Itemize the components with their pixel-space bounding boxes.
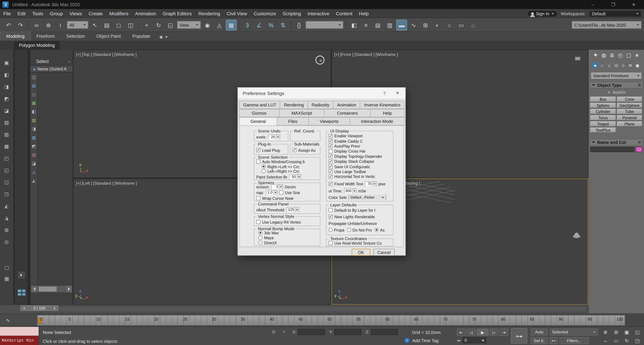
ribbon-tool-icon[interactable]: ▦ <box>0 276 14 282</box>
percent-snap-icon[interactable]: % <box>266 20 276 30</box>
menu-item[interactable]: Views <box>66 9 85 18</box>
paint-selection-spinner[interactable]: 50 <box>289 174 301 179</box>
ui-display-checkbox[interactable] <box>328 159 332 163</box>
wrap-cursor-checkbox[interactable] <box>256 196 260 200</box>
window-crossing-icon[interactable]: ◫ <box>125 20 136 30</box>
explorer-filter-icon[interactable]: ▦ <box>32 101 36 105</box>
key-filters-button[interactable]: Filters... <box>560 337 589 344</box>
dialog-tab[interactable]: Rendering <box>280 101 308 109</box>
menu-item[interactable]: Edit <box>14 9 29 18</box>
scroll-left-icon[interactable] <box>31 286 37 292</box>
next-frame-button[interactable]: ▷ <box>490 328 498 336</box>
space-warps-category-icon[interactable]: ≋ <box>627 62 634 69</box>
dialog-tab[interactable]: MAXScript <box>279 109 325 117</box>
select-and-move-icon[interactable]: + <box>141 20 152 30</box>
dialog-tab[interactable]: Containers <box>324 109 370 117</box>
utilities-tab-icon[interactable]: ∗ <box>633 51 641 59</box>
load-plugins-checkbox[interactable] <box>256 148 260 152</box>
scene-explorer-list[interactable]: ◫▤◻▦◧▥◨▧◩▨◪◬◭ <box>30 73 72 285</box>
maximize-button[interactable]: ❐ <box>603 0 623 9</box>
key-mode-icon[interactable]: ⊷ <box>550 337 558 344</box>
primitive-button[interactable]: Cone <box>617 97 642 102</box>
minimize-button[interactable]: – <box>582 0 603 9</box>
menu-item[interactable]: Animation <box>132 9 159 18</box>
ribbon-toggle-icon[interactable]: ▬ <box>396 20 407 30</box>
select-and-rotate-icon[interactable]: ↻ <box>153 20 164 30</box>
undo-icon[interactable]: ↶ <box>3 20 14 30</box>
coordinate-input[interactable] <box>298 329 325 335</box>
redo-icon[interactable]: ↷ <box>15 20 26 30</box>
new-lights-renderable-checkbox[interactable] <box>328 215 332 219</box>
scene-explorer-toggle-icon[interactable]: ▤ <box>372 20 383 30</box>
left-right-radio[interactable] <box>262 169 266 173</box>
primitive-button[interactable]: Cylinder <box>590 109 616 114</box>
curve-editor-icon[interactable]: ∿ <box>408 20 419 30</box>
rotation-gizmo[interactable] <box>316 56 324 65</box>
panel-menu-icon[interactable]: » <box>68 60 70 64</box>
rectangular-selection-icon[interactable]: ◻ <box>113 20 124 30</box>
object-type-rollout[interactable]: Object Type <box>590 82 643 88</box>
scroll-right-icon[interactable] <box>66 286 72 292</box>
ribbon-tool-icon[interactable]: ◳ <box>4 192 9 197</box>
zoom-extents-all-icon[interactable]: ◱ <box>632 328 642 336</box>
dialog-tab[interactable]: Gizmos <box>239 109 279 117</box>
maxscript-pane[interactable]: MAXScript Min <box>0 336 38 345</box>
primitive-button[interactable]: GeoSphere <box>617 103 642 108</box>
primitive-button[interactable]: TextPlus <box>590 127 616 133</box>
render-production-icon[interactable]: ♨ <box>468 20 478 30</box>
auto-window-crossing-checkbox[interactable] <box>256 159 260 164</box>
go-to-end-button[interactable]: ⇥ <box>500 328 508 336</box>
explorer-filter-icon[interactable]: ◬ <box>32 170 36 174</box>
fixed-width-text-checkbox[interactable] <box>328 182 332 186</box>
ui-display-checkbox[interactable] <box>328 170 332 174</box>
polygon-modeling-tab[interactable]: Polygon Modeling <box>14 41 60 50</box>
name-and-color-rollout[interactable]: Name and Col <box>590 139 643 146</box>
object-color-swatch[interactable] <box>636 147 642 152</box>
menu-item[interactable]: Content <box>332 9 356 18</box>
add-time-tag[interactable]: ✓ Add Time Tag <box>404 337 439 343</box>
scene-object[interactable] <box>573 235 580 238</box>
dialog-tab[interactable]: Viewports <box>308 117 350 125</box>
bind-to-space-warp-icon[interactable]: ≀ <box>55 20 66 30</box>
previous-frame-button[interactable]: ◁ <box>466 328 476 336</box>
set-keys-button[interactable]: ⊶ <box>511 328 528 344</box>
object-name-input[interactable] <box>590 147 634 152</box>
align-icon[interactable]: ≡ <box>360 20 371 30</box>
tooltip-time-spinner[interactable]: 300 <box>344 188 356 193</box>
menu-item[interactable]: Customize <box>250 9 279 18</box>
autogrid-checkbox[interactable] <box>607 91 611 94</box>
absolute-mode-icon[interactable]: + <box>281 328 288 335</box>
ribbon-config-icon[interactable]: ◉ <box>159 35 163 39</box>
bump-directx-radio[interactable] <box>258 241 262 245</box>
snaps-toggle-icon[interactable]: 3 <box>242 20 252 30</box>
explorer-filter-icon[interactable]: ◪ <box>32 161 36 166</box>
dialog-title-bar[interactable]: Preference Settings ? ✕ <box>238 88 405 99</box>
dialog-tab[interactable]: Radiosity <box>308 101 334 109</box>
right-left-radio[interactable] <box>262 165 266 169</box>
menu-item[interactable]: Scripting <box>279 9 304 18</box>
ribbon-tool-icon[interactable]: ◧ <box>4 72 9 78</box>
ribbon-tool-icon[interactable]: ▢ <box>0 265 14 271</box>
orbit-icon[interactable]: ↻ <box>622 337 632 344</box>
ui-display-checkbox[interactable] <box>328 165 332 169</box>
viewport-label[interactable]: [+] [Front ] [Standard ] [Wireframe ] <box>334 52 398 57</box>
project-folder-dropdown[interactable]: C:\Users\Пи...ds Max 2020 <box>572 21 642 29</box>
explorer-filter-icon[interactable]: ▧ <box>32 135 36 140</box>
dialog-tab[interactable]: Animation <box>333 101 360 109</box>
ribbon-tool-icon[interactable]: ◎ <box>4 239 9 245</box>
ribbon-tab[interactable]: Populate <box>126 32 156 41</box>
coordinate-input[interactable] <box>371 329 398 335</box>
viewport-label[interactable]: [+] [Left ] [Standard ] [Wireframe ] <box>76 181 137 186</box>
ribbon-tool-icon[interactable]: ◱ <box>4 168 9 173</box>
menu-item[interactable]: Civil View <box>224 9 250 18</box>
ribbon-tool-icon[interactable]: ◰ <box>4 156 9 161</box>
auto-key-button[interactable]: Auto <box>531 328 548 335</box>
help-icon[interactable]: ? <box>378 91 390 96</box>
workspace-dropdown[interactable]: Default <box>589 10 642 17</box>
sign-in-button[interactable]: Sign In <box>527 10 558 17</box>
select-and-link-icon[interactable]: ∞ <box>31 20 42 30</box>
explorer-filter-icon[interactable]: ◭ <box>32 178 36 183</box>
dialog-tab[interactable]: Interaction Mode <box>350 117 405 125</box>
menu-item[interactable]: Interactive <box>304 9 332 18</box>
primitive-button[interactable]: Box <box>590 97 616 102</box>
